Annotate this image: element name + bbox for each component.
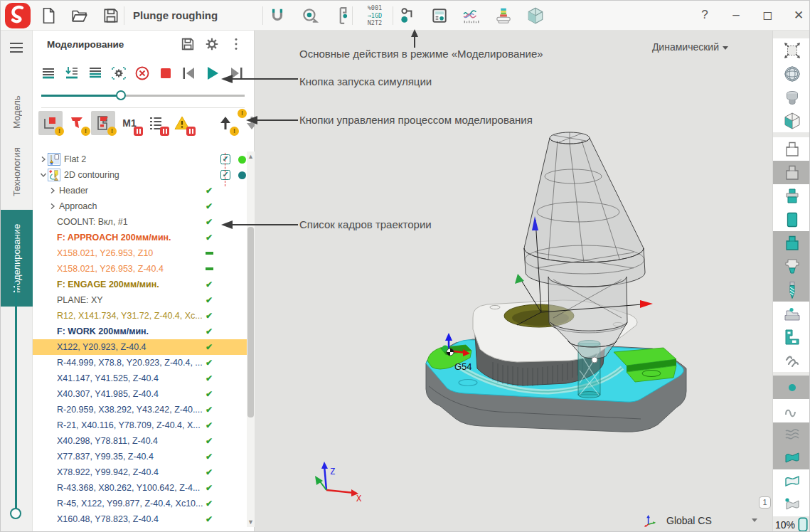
hamburger-menu-icon[interactable] [8, 39, 25, 55]
stock-wireframe-button[interactable] [773, 137, 810, 161]
tree-row[interactable]: Flat 2✓ [33, 151, 247, 167]
simulation-speed-slider[interactable] [41, 89, 247, 102]
tree-row[interactable]: X41.147, Y41.525, Z-40.4✔ [33, 371, 247, 386]
tree-row[interactable]: F: APPROACH 200мм/мин.✔ [33, 230, 247, 245]
curve-button[interactable] [773, 399, 810, 422]
close-button[interactable]: ✕ [791, 5, 806, 25]
new-file-button[interactable] [39, 6, 58, 25]
cancel-button[interactable] [132, 63, 152, 83]
shaded-view-button[interactable] [773, 85, 810, 109]
stock-teal-band-button[interactable] [773, 184, 810, 208]
chevron-down-icon[interactable] [40, 171, 47, 179]
caliper-button[interactable] [334, 6, 352, 25]
tree-row[interactable]: Header✔ [33, 183, 247, 198]
gcode-preview-icon[interactable]: %001 →1GD N2T2 [360, 4, 390, 27]
tree-row[interactable]: X122, Y20.923, Z-40.4✔ [33, 339, 247, 355]
minimize-button[interactable]: – [728, 5, 744, 25]
fit-view-button[interactable] [773, 38, 810, 62]
skip-start-button[interactable] [179, 63, 199, 83]
tree-row[interactable]: X158.021, Y26.953, Z10 [33, 245, 247, 261]
machine-collision-button[interactable]: ! [91, 111, 115, 135]
tree-row[interactable]: X160.48, Y78.823, Z-40.4✔ [33, 511, 247, 527]
fixture-button[interactable] [773, 302, 810, 325]
list-collapse-button[interactable] [62, 63, 82, 83]
view-mode-dropdown[interactable]: Динамический [652, 41, 728, 53]
sidebar-tab-1[interactable]: Модель [1, 92, 33, 133]
chevron-right-icon[interactable] [40, 156, 47, 163]
tree-row[interactable]: X78.922, Y99.942, Z-40.4✔ [33, 464, 247, 480]
tree-row[interactable]: COOLNT: Вкл, #1✔ [33, 214, 247, 230]
chart-curves-button[interactable] [462, 6, 481, 25]
app-logo-icon[interactable] [4, 2, 31, 29]
tree-row[interactable]: F: WORK 200мм/мин.✔ [33, 324, 247, 339]
save-button[interactable] [102, 6, 120, 25]
magnet-button[interactable] [268, 6, 287, 25]
sim-chain-button[interactable] [398, 6, 417, 25]
flag-teal-button[interactable] [773, 446, 810, 469]
list-stop-button[interactable] [144, 111, 168, 135]
tree-row[interactable]: X40.298, Y78.811, Z-40.4✔ [33, 433, 247, 449]
stock-steps-button[interactable] [773, 255, 810, 278]
tree-row[interactable]: R-45, X122, Y99.877, Z-40.4, Xc10...✔ [33, 496, 247, 511]
tree-row[interactable]: X158.021, Y26.953, Z-40.4 [33, 261, 247, 277]
operation-checkbox[interactable]: ✓ [220, 154, 230, 164]
chevron-right-icon[interactable] [49, 187, 56, 194]
gear-select-button[interactable] [109, 63, 129, 83]
tree-row[interactable]: PLANE: XY✔ [33, 292, 247, 308]
rail-slider-knob[interactable] [10, 508, 21, 519]
calculator-button[interactable] [430, 6, 449, 25]
stock-cylinder-button[interactable] [773, 208, 810, 231]
tool-collision-button[interactable]: ! [65, 111, 89, 135]
tree-row[interactable]: 2D contouring✓ [33, 167, 247, 183]
viewport-3d[interactable]: G54 Z X Основные действия в режиме «Моде… [255, 31, 772, 532]
chevron-right-icon[interactable] [49, 203, 56, 210]
operation-checkbox[interactable]: ✓ [220, 170, 230, 180]
tree-row[interactable]: R-43.368, X80.262, Y100.642, Z-4...✔ [33, 480, 247, 496]
tool-stack-button[interactable] [494, 6, 513, 25]
toolpath-hatch-button[interactable] [773, 349, 810, 372]
stock-gray-button[interactable] [773, 161, 810, 184]
scroll-down-icon[interactable]: ▼ [247, 517, 255, 527]
rail-slider-track[interactable] [15, 282, 17, 518]
tool-drill-button[interactable] [773, 278, 810, 302]
slider-knob[interactable] [116, 90, 126, 100]
m1-stop-button[interactable]: M1 [117, 111, 142, 135]
maximize-button[interactable]: ◻ [760, 5, 775, 25]
warning-stop-button[interactable] [170, 111, 194, 135]
globe-view-button[interactable] [773, 62, 810, 85]
tree-row[interactable]: Approach✔ [33, 198, 247, 214]
machine-button[interactable] [773, 325, 810, 349]
kebab-button[interactable] [228, 36, 244, 52]
scroll-up-icon[interactable]: ▲ [247, 151, 255, 161]
solid-cube-button[interactable] [526, 6, 545, 25]
list-flat-button[interactable] [38, 63, 58, 83]
part-collision-button[interactable]: ! [38, 111, 63, 135]
point-dot-button[interactable] [773, 376, 810, 399]
iso-view-button[interactable] [773, 109, 810, 132]
open-folder-button[interactable] [70, 6, 89, 25]
flag-light-button[interactable] [773, 469, 810, 493]
tree-row[interactable]: R12, X141.734, Y31.72, Z-40.4, Xc...✔ [33, 308, 247, 324]
help-button[interactable]: ? [697, 5, 713, 25]
flag-dot-button[interactable] [773, 493, 810, 516]
stock-teal-button[interactable] [773, 231, 810, 255]
tree-row[interactable]: F: ENGAGE 200мм/мин.✔ [33, 277, 247, 292]
tree-row[interactable]: X77.837, Y99.35, Z-40.4✔ [33, 449, 247, 464]
gear-button[interactable] [204, 36, 220, 52]
waves-button[interactable] [773, 422, 810, 446]
play-button[interactable] [203, 63, 223, 83]
tree-scrollbar[interactable]: ▲ ▼ [247, 151, 255, 527]
list-all-button[interactable] [85, 63, 105, 83]
coordinate-system-dropdown[interactable]: Global CS [643, 514, 757, 527]
sidebar-tab-2[interactable]: Технология [1, 137, 33, 207]
3d-scene[interactable]: G54 Z X [255, 31, 772, 532]
battery-icon[interactable] [797, 517, 809, 532]
scrollbar-thumb[interactable] [247, 227, 254, 417]
tape-measure-button[interactable] [301, 6, 319, 25]
save-small-button[interactable] [180, 36, 196, 52]
stop-button[interactable] [156, 63, 176, 83]
tree-row[interactable]: X40.307, Y41.985, Z-40.4✔ [33, 386, 247, 402]
tree-row[interactable]: R-20.959, X38.292, Y43.242, Z-40....✔ [33, 402, 247, 417]
tree-row[interactable]: R-44.999, X78.8, Y20.923, Z-40.4, ...✔ [33, 355, 247, 371]
arrow-up-button[interactable]: ! [213, 111, 238, 135]
